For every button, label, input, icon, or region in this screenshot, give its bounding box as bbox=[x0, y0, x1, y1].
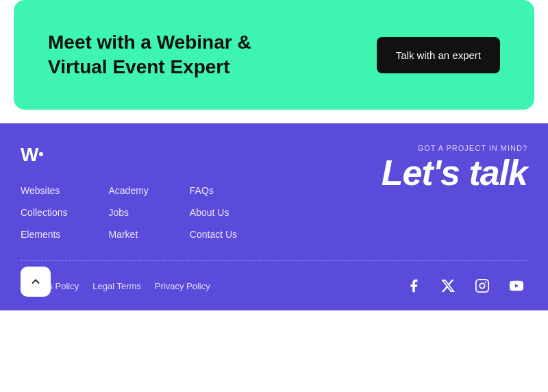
nav-link-contact-us[interactable]: Contact Us bbox=[190, 229, 237, 240]
svg-rect-0 bbox=[476, 280, 488, 292]
nav-link-faqs[interactable]: FAQs bbox=[190, 185, 237, 196]
footer-cta: GOT A PROJECT IN MIND? Let's talk bbox=[382, 144, 527, 191]
footer-cta-subtitle: GOT A PROJECT IN MIND? bbox=[382, 144, 527, 152]
svg-point-2 bbox=[485, 282, 486, 283]
social-icons bbox=[403, 275, 527, 297]
nav-link-academy[interactable]: Academy bbox=[108, 185, 148, 196]
nav-link-market[interactable]: Market bbox=[108, 229, 148, 240]
scroll-to-top-button[interactable] bbox=[21, 267, 51, 297]
banner-card: Meet with a Webinar & Virtual Event Expe… bbox=[14, 0, 534, 110]
footer-section: W Websites Collections Elements Academy … bbox=[0, 123, 548, 310]
banner-section: Meet with a Webinar & Virtual Event Expe… bbox=[0, 0, 548, 123]
footer-nav: Websites Collections Elements Academy Jo… bbox=[21, 185, 527, 240]
nav-link-collections[interactable]: Collections bbox=[21, 207, 67, 218]
instagram-icon[interactable] bbox=[471, 275, 493, 297]
footer-bottom: Cookies Policy Legal Terms Privacy Polic… bbox=[21, 275, 527, 297]
banner-title: Meet with a Webinar & Virtual Event Expe… bbox=[48, 30, 281, 80]
legal-terms[interactable]: Legal Terms bbox=[92, 281, 141, 291]
nav-link-elements[interactable]: Elements bbox=[21, 229, 67, 240]
footer-col-3: FAQs About Us Contact Us bbox=[190, 185, 237, 240]
svg-point-1 bbox=[480, 283, 484, 288]
nav-link-jobs[interactable]: Jobs bbox=[108, 207, 148, 218]
facebook-icon[interactable] bbox=[403, 275, 425, 297]
legal-privacy-policy[interactable]: Privacy Policy bbox=[155, 281, 210, 291]
nav-link-about-us[interactable]: About Us bbox=[190, 207, 237, 218]
footer-col-1: Websites Collections Elements bbox=[21, 185, 67, 240]
nav-link-websites[interactable]: Websites bbox=[21, 185, 67, 196]
talk-with-expert-button[interactable]: Talk with an expert bbox=[377, 37, 500, 73]
footer-cta-title: Let's talk bbox=[382, 155, 527, 191]
footer-col-2: Academy Jobs Market bbox=[108, 185, 148, 240]
footer-divider bbox=[21, 260, 527, 261]
youtube-icon[interactable] bbox=[506, 275, 527, 297]
twitter-x-icon[interactable] bbox=[437, 275, 459, 297]
